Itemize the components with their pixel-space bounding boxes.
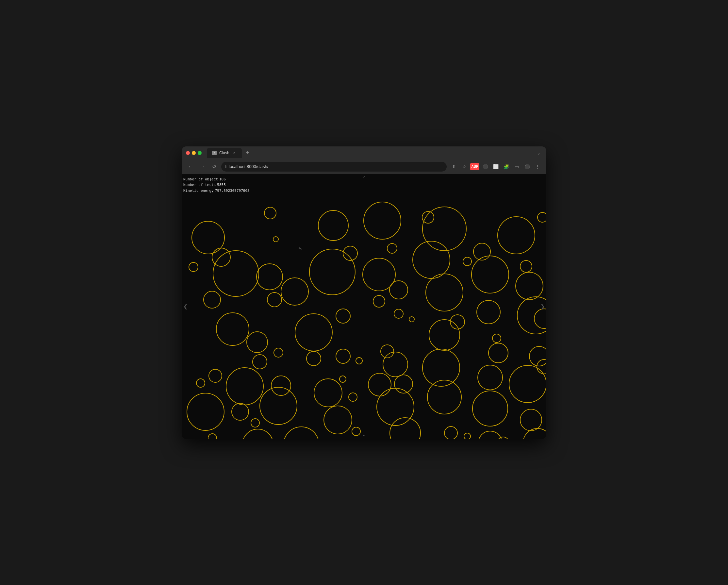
svg-point-68 bbox=[492, 334, 501, 342]
reload-button[interactable]: ↺ bbox=[209, 162, 218, 171]
active-tab[interactable]: ● Clash × bbox=[207, 148, 242, 158]
svg-point-80 bbox=[520, 409, 542, 431]
svg-point-70 bbox=[478, 365, 502, 390]
svg-point-56 bbox=[413, 241, 450, 278]
browser-window: ● Clash × + ⌄ ← → ↺ ℹ localhost:8000/cla… bbox=[182, 146, 546, 439]
svg-point-30 bbox=[336, 309, 350, 323]
svg-point-27 bbox=[318, 210, 348, 240]
svg-point-19 bbox=[232, 403, 249, 420]
energy-value: 797.592365797603 bbox=[215, 188, 250, 194]
tests-label: Number of tests bbox=[183, 182, 216, 188]
tab-close-button[interactable]: × bbox=[232, 151, 237, 155]
svg-point-71 bbox=[472, 391, 508, 426]
nav-right-arrow[interactable]: ❯ bbox=[539, 301, 546, 312]
svg-point-21 bbox=[260, 387, 297, 425]
back-button[interactable]: ← bbox=[186, 162, 195, 171]
svg-point-0 bbox=[192, 221, 225, 254]
nav-left-arrow[interactable]: ❮ bbox=[182, 301, 189, 312]
svg-point-2 bbox=[189, 262, 198, 272]
forward-button[interactable]: → bbox=[198, 162, 207, 171]
svg-point-41 bbox=[387, 244, 397, 253]
objects-value: 106 bbox=[219, 177, 226, 182]
svg-point-72 bbox=[478, 431, 502, 439]
svg-point-50 bbox=[368, 373, 391, 396]
svg-point-7 bbox=[267, 292, 282, 307]
content-area: Number of object 106 Number of tests 585… bbox=[182, 174, 546, 439]
puzzle-icon[interactable]: 🧩 bbox=[501, 162, 511, 171]
svg-point-18 bbox=[187, 393, 224, 430]
tests-value: 5855 bbox=[217, 182, 226, 188]
menu-button[interactable]: ⋮ bbox=[533, 162, 542, 171]
svg-point-69 bbox=[489, 343, 508, 363]
svg-point-4 bbox=[264, 207, 276, 219]
tab-title: Clash bbox=[219, 151, 229, 155]
extensions-icon[interactable]: ⚫ bbox=[480, 162, 490, 171]
tab-bar: ● Clash × + bbox=[207, 148, 533, 158]
traffic-lights bbox=[186, 151, 202, 155]
svg-point-51 bbox=[377, 388, 414, 426]
minimize-button[interactable] bbox=[192, 151, 196, 155]
energy-row: Kinetic energy 797.592365797603 bbox=[183, 188, 250, 194]
chevron-down-button[interactable]: ⌄ bbox=[536, 150, 542, 156]
svg-point-74 bbox=[498, 217, 535, 254]
downloads-button[interactable]: ⬜ bbox=[491, 162, 500, 171]
svg-point-75 bbox=[520, 260, 532, 272]
svg-point-20 bbox=[251, 418, 259, 427]
bookmark-button[interactable]: ☆ bbox=[460, 162, 469, 171]
adblock-button[interactable]: ABP bbox=[470, 163, 479, 170]
svg-point-76 bbox=[516, 272, 543, 300]
energy-label: Kinetic energy bbox=[183, 188, 214, 194]
svg-point-63 bbox=[464, 433, 470, 439]
svg-point-11 bbox=[247, 332, 268, 353]
svg-point-33 bbox=[336, 349, 350, 363]
address-bar[interactable]: ℹ localhost:8000/clash/ bbox=[221, 162, 447, 172]
svg-point-6 bbox=[257, 264, 283, 290]
svg-point-16 bbox=[209, 369, 222, 382]
nav-bottom-arrow[interactable]: ⌄ bbox=[359, 430, 369, 439]
svg-point-34 bbox=[356, 358, 362, 364]
svg-point-17 bbox=[197, 379, 205, 387]
objects-label: Number of object bbox=[183, 177, 218, 182]
stats-overlay: Number of object 106 Number of tests 585… bbox=[183, 177, 250, 194]
svg-point-67 bbox=[477, 300, 500, 324]
nav-bar: ← → ↺ ℹ localhost:8000/clash/ ⬆ ☆ ABP ⚫ … bbox=[182, 159, 546, 174]
nav-actions: ⬆ ☆ ABP ⚫ ⬜ 🧩 ▭ ⚫ ⋮ bbox=[449, 162, 542, 171]
nav-top-arrow[interactable]: ⌃ bbox=[359, 174, 369, 183]
svg-point-55 bbox=[422, 207, 466, 251]
svg-point-5 bbox=[273, 237, 278, 242]
svg-point-9 bbox=[204, 291, 220, 308]
svg-point-48 bbox=[383, 352, 408, 377]
sidebar-button[interactable]: ▭ bbox=[512, 162, 521, 171]
url-text: localhost:8000/clash/ bbox=[229, 164, 443, 169]
profile-button[interactable]: ⚫ bbox=[522, 162, 531, 171]
svg-point-66 bbox=[471, 256, 509, 293]
svg-point-43 bbox=[373, 296, 385, 307]
svg-point-57 bbox=[426, 274, 463, 311]
svg-point-12 bbox=[253, 355, 267, 369]
svg-point-46 bbox=[409, 317, 414, 322]
simulation-canvas[interactable]: Number of object 106 Number of tests 585… bbox=[182, 174, 546, 439]
window-controls: ⌄ bbox=[536, 150, 542, 156]
svg-point-8 bbox=[281, 278, 308, 305]
tab-favicon: ● bbox=[212, 151, 217, 155]
security-icon: ℹ bbox=[225, 164, 227, 169]
close-button[interactable] bbox=[186, 151, 190, 155]
share-button[interactable]: ⬆ bbox=[449, 162, 459, 171]
maximize-button[interactable] bbox=[198, 151, 202, 155]
svg-point-61 bbox=[427, 380, 461, 414]
svg-point-22 bbox=[242, 429, 273, 439]
new-tab-button[interactable]: + bbox=[243, 148, 252, 157]
title-bar: ● Clash × + ⌄ bbox=[182, 146, 546, 159]
svg-point-29 bbox=[309, 249, 355, 295]
svg-point-23 bbox=[208, 434, 217, 439]
svg-point-38 bbox=[324, 406, 352, 434]
svg-point-15 bbox=[226, 368, 263, 405]
svg-point-26 bbox=[284, 427, 319, 439]
svg-point-59 bbox=[429, 320, 460, 350]
svg-point-73 bbox=[497, 437, 509, 439]
svg-point-52 bbox=[390, 418, 420, 439]
svg-point-79 bbox=[509, 365, 546, 403]
svg-point-36 bbox=[314, 379, 342, 407]
svg-point-37 bbox=[349, 393, 357, 401]
svg-point-64 bbox=[463, 257, 471, 266]
